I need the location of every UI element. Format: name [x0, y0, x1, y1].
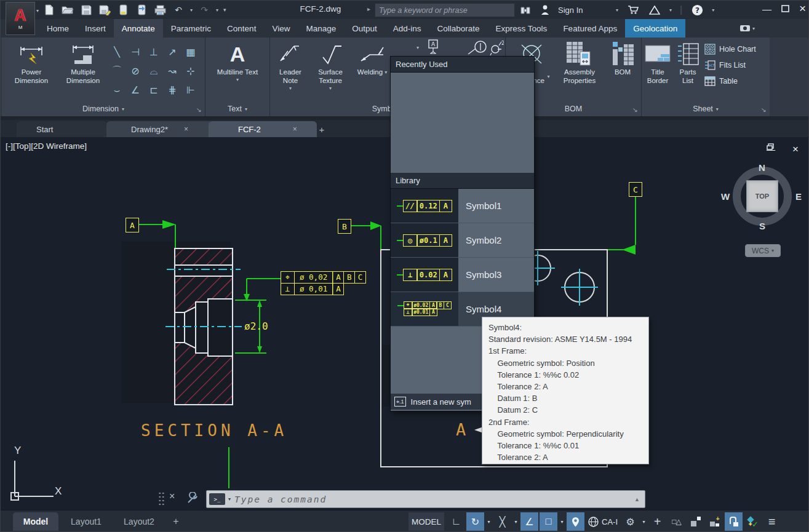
- dim-tool-icon[interactable]: ╲: [108, 42, 126, 62]
- object-snap-tracking-icon[interactable]: ∠: [520, 512, 538, 531]
- user-icon[interactable]: [538, 3, 552, 17]
- welding-button[interactable]: Welding▾: [353, 40, 392, 77]
- command-wrench-icon[interactable]: [186, 492, 199, 507]
- vp-close-icon[interactable]: ×: [792, 143, 799, 156]
- library-item-symbol1[interactable]: // 0.12 A Symbol1: [391, 189, 534, 223]
- datum-label-a[interactable]: A: [126, 218, 139, 232]
- minimize-button[interactable]: —: [762, 4, 771, 14]
- ribbon-tab-featured-apps[interactable]: Featured Apps: [555, 19, 625, 38]
- redo-icon[interactable]: ↷: [197, 3, 211, 17]
- viewcube-east[interactable]: E: [795, 191, 802, 202]
- datum-target-button[interactable]: [467, 39, 488, 55]
- dim-tool-icon[interactable]: ⊹: [181, 62, 200, 81]
- search-binoculars-icon[interactable]: [519, 3, 532, 17]
- application-menu-button[interactable]: A M: [6, 2, 35, 35]
- multiline-text-button[interactable]: A Multiline Text ▾: [214, 40, 261, 82]
- ribbon-tab-view[interactable]: View: [264, 19, 298, 38]
- title-border-button[interactable]: Title Border: [643, 40, 672, 85]
- bom-button[interactable]: BOM: [608, 40, 637, 77]
- settings-gear-icon[interactable]: ⚙: [621, 512, 639, 531]
- bom-launcher-icon[interactable]: ↘: [632, 106, 637, 113]
- command-prompt-icon[interactable]: >_: [209, 493, 225, 505]
- dim-tool-icon[interactable]: ▦: [181, 42, 200, 62]
- a360-icon[interactable]: [648, 3, 661, 17]
- doc-tab-drawing2[interactable]: Drawing2* ×: [106, 121, 216, 137]
- command-close-icon[interactable]: ×: [169, 491, 175, 502]
- datum-label-b[interactable]: B: [338, 219, 351, 234]
- undo-caret-icon[interactable]: ▾: [190, 7, 193, 13]
- wcs-dropdown[interactable]: WCS▾: [745, 244, 781, 257]
- fcf-caret-icon[interactable]: ▾: [416, 45, 419, 50]
- dim-tool-icon[interactable]: ⌓: [145, 62, 163, 81]
- a360-caret-icon[interactable]: ▾: [669, 7, 672, 13]
- ribbon-tab-collaborate[interactable]: Collaborate: [429, 19, 488, 38]
- isometric-drafting-icon[interactable]: ╳: [493, 512, 511, 531]
- isodraft-caret-icon[interactable]: ▾: [512, 519, 519, 525]
- layout-tab-layout1[interactable]: Layout1: [61, 512, 111, 531]
- ribbon-tab-output[interactable]: Output: [344, 19, 385, 38]
- dim-tool-icon[interactable]: ⊣: [126, 42, 145, 62]
- new-tab-button[interactable]: +: [306, 121, 338, 137]
- gear-caret-icon[interactable]: ▾: [640, 519, 647, 525]
- upload-drawing-icon[interactable]: [116, 3, 130, 17]
- diameter-dimension[interactable]: ø2.0: [244, 320, 268, 332]
- search-input[interactable]: [375, 4, 514, 17]
- panel-title-sheet[interactable]: Sheet▾: [642, 103, 770, 114]
- ribbon-tab-parametric[interactable]: Parametric: [163, 19, 219, 38]
- dim-tool-icon[interactable]: ∠: [126, 81, 145, 100]
- graphics-performance-icon[interactable]: ✦ ✓: [744, 512, 762, 531]
- undo-icon[interactable]: ↶: [172, 3, 185, 17]
- dim-tool-icon[interactable]: ⊥: [145, 42, 163, 62]
- lock-ui-icon[interactable]: [725, 512, 743, 531]
- ribbon-tab-manage[interactable]: Manage: [298, 19, 344, 38]
- help-caret-icon[interactable]: ▾: [712, 7, 714, 13]
- close-tab-icon[interactable]: ×: [293, 125, 297, 133]
- viewcube-south[interactable]: S: [759, 221, 765, 231]
- polar-caret-icon[interactable]: ▾: [485, 519, 492, 525]
- ribbon-display-options[interactable]: ▾: [736, 22, 759, 34]
- doc-tab-start[interactable]: Start: [17, 121, 108, 137]
- autoscale-icon[interactable]: [687, 512, 704, 531]
- ribbon-tab-geolocation[interactable]: Geolocation: [625, 19, 685, 38]
- maximize-button[interactable]: [781, 4, 789, 14]
- viewcube-west[interactable]: W: [721, 191, 730, 202]
- ribbon-tab-express-tools[interactable]: Express Tools: [488, 19, 556, 38]
- library-item-symbol2[interactable]: ◎ ø0.1 A Symbol2: [391, 223, 534, 258]
- save-as-icon[interactable]: [98, 3, 111, 17]
- save-icon[interactable]: [79, 3, 93, 17]
- model-space-toggle[interactable]: MODEL: [408, 512, 444, 531]
- parts-list-button[interactable]: Parts List: [674, 40, 702, 85]
- ortho-mode-icon[interactable]: ∟: [447, 512, 465, 531]
- dim-tool-icon[interactable]: ⌒: [108, 62, 126, 81]
- feature-control-frame[interactable]: ⌖ ø 0,02 A B C ⊥ ø 0,01 A: [281, 272, 366, 295]
- dim-tool-icon[interactable]: ⊩: [181, 81, 200, 100]
- qat-customize-icon[interactable]: ▾: [223, 7, 226, 13]
- panel-title-dimension[interactable]: Dimension▾: [2, 103, 205, 114]
- command-caret-icon[interactable]: ▾: [228, 496, 231, 502]
- ribbon-tab-addins[interactable]: Add-ins: [385, 19, 429, 38]
- store-cart-icon[interactable]: [626, 3, 640, 17]
- dimension-launcher-icon[interactable]: ↘: [196, 106, 201, 113]
- dim-tool-icon[interactable]: ⊏: [145, 81, 163, 100]
- geolocation-pin-icon[interactable]: [567, 512, 584, 531]
- ribbon-tab-home[interactable]: Home: [39, 19, 77, 38]
- open-file-icon[interactable]: [61, 3, 74, 17]
- datum-label-c[interactable]: C: [629, 182, 642, 197]
- redo-caret-icon[interactable]: ▾: [216, 7, 218, 13]
- signin-caret-icon[interactable]: ▾: [616, 7, 618, 13]
- assembly-properties-button[interactable]: Assembly Properties: [552, 40, 607, 85]
- datum-identifier-button[interactable]: A: [425, 39, 441, 54]
- close-tab-icon[interactable]: ×: [184, 125, 188, 133]
- power-dimension-button[interactable]: Power Dimension: [7, 40, 56, 85]
- crosshair-plus-icon[interactable]: +: [648, 512, 666, 531]
- leader-note-button[interactable]: Leader Note ▾: [271, 40, 309, 91]
- ribbon-tab-annotate[interactable]: Annotate: [114, 19, 163, 38]
- dim-tool-icon[interactable]: ↝: [163, 62, 181, 81]
- dim-tool-icon[interactable]: ⋕: [163, 81, 181, 100]
- plot-icon[interactable]: [153, 3, 167, 17]
- fits-list-button[interactable]: H7 Fits List: [704, 58, 756, 72]
- library-item-symbol3[interactable]: ⊥ 0.02 A Symbol3: [391, 258, 534, 292]
- help-icon[interactable]: ?: [690, 3, 704, 17]
- new-file-icon[interactable]: [42, 3, 56, 17]
- hole-chart-button[interactable]: Hole Chart: [704, 42, 756, 56]
